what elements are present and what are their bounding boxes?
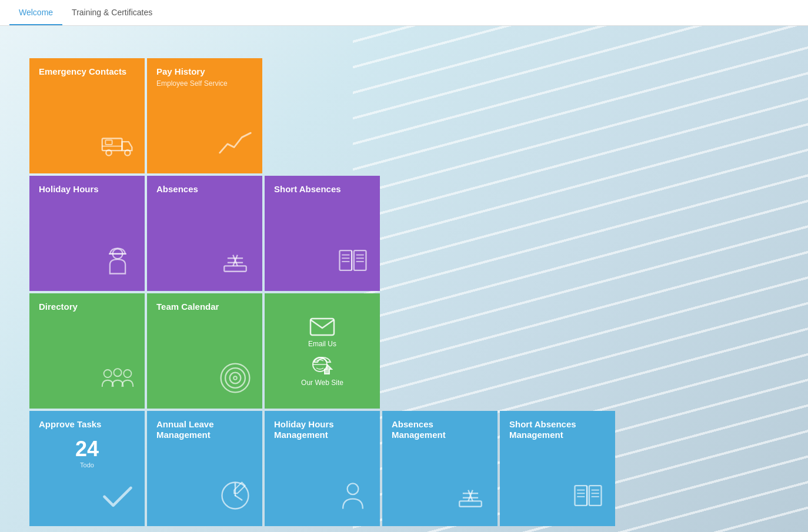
svg-point-27 bbox=[233, 376, 237, 380]
tile-emergency-title: Emergency Contacts bbox=[39, 66, 135, 77]
svg-point-22 bbox=[113, 369, 121, 376]
svg-rect-42 bbox=[589, 486, 602, 506]
tile-absences-mgmt[interactable]: Absences Management bbox=[382, 411, 498, 526]
circles-icon bbox=[218, 360, 253, 400]
tile-short-absences-mgmt[interactable]: Short Absences Management bbox=[500, 411, 615, 526]
cancel-mgmt-icon bbox=[453, 478, 488, 518]
tile-shortabs-title: Short Absences bbox=[274, 184, 370, 195]
email-icon bbox=[309, 317, 335, 337]
tile-annleave-title: Annual Leave Management bbox=[156, 419, 253, 440]
svg-point-23 bbox=[123, 370, 131, 377]
main-area: Emergency Contacts Pay History Employee … bbox=[0, 26, 808, 532]
clock-icon bbox=[218, 478, 253, 518]
tile-shortmgmt-title: Short Absences Management bbox=[509, 419, 606, 440]
truck-icon bbox=[100, 125, 135, 165]
tile-payhistory-subtitle: Employee Self Service bbox=[156, 79, 253, 88]
book-mgmt-icon bbox=[570, 478, 606, 518]
web-label: Our Web Site bbox=[301, 379, 343, 387]
svg-rect-4 bbox=[105, 140, 112, 145]
svg-rect-41 bbox=[575, 486, 587, 506]
svg-rect-13 bbox=[354, 250, 366, 270]
svg-point-21 bbox=[104, 370, 112, 377]
approve-todo: Todo bbox=[39, 461, 135, 469]
tile-teamcal-title: Team Calendar bbox=[156, 302, 253, 312]
tile-payhistory-title: Pay History bbox=[156, 66, 253, 77]
email-label: Email Us bbox=[308, 340, 336, 348]
web-icon bbox=[310, 353, 334, 376]
book-icon bbox=[335, 243, 370, 283]
check-icon bbox=[100, 478, 135, 518]
svg-rect-28 bbox=[310, 319, 334, 335]
tab-bar: Welcome Training & Certificates bbox=[0, 0, 808, 26]
tab-training[interactable]: Training & Certificates bbox=[62, 1, 162, 25]
person-icon bbox=[335, 478, 370, 518]
tile-short-absences[interactable]: Short Absences bbox=[265, 176, 380, 291]
svg-rect-11 bbox=[224, 266, 246, 271]
tile-holiday-title: Holiday Hours bbox=[39, 184, 135, 195]
tile-pay-history[interactable]: Pay History Employee Self Service bbox=[147, 58, 262, 173]
tile-holiday-hours[interactable]: Holiday Hours bbox=[29, 176, 145, 291]
tile-contact-links[interactable]: Email Us Our Web Site bbox=[265, 293, 380, 409]
worker-icon bbox=[100, 243, 135, 283]
people-icon bbox=[100, 360, 135, 400]
svg-point-35 bbox=[348, 483, 359, 494]
svg-line-33 bbox=[235, 496, 242, 500]
chart-icon bbox=[218, 125, 253, 165]
tile-emergency-contacts[interactable]: Emergency Contacts bbox=[29, 58, 145, 173]
cancel-icon bbox=[218, 243, 253, 283]
tile-annual-leave[interactable]: Annual Leave Management bbox=[147, 411, 262, 526]
tile-directory-title: Directory bbox=[39, 302, 135, 312]
tiles-wrapper: Emergency Contacts Pay History Employee … bbox=[29, 58, 617, 528]
tile-holmgmt-title: Holiday Hours Management bbox=[274, 419, 370, 440]
tile-absences[interactable]: Absences bbox=[147, 176, 262, 291]
svg-point-25 bbox=[225, 368, 245, 388]
tile-approve-tasks[interactable]: Approve Tasks 24 Todo bbox=[29, 411, 145, 526]
web-link[interactable]: Our Web Site bbox=[301, 353, 343, 387]
tab-welcome[interactable]: Welcome bbox=[9, 1, 62, 25]
tile-absmgmt-title: Absences Management bbox=[392, 419, 488, 440]
tile-approve-title: Approve Tasks bbox=[39, 419, 135, 430]
tile-directory[interactable]: Directory bbox=[29, 293, 145, 409]
tile-absences-title: Absences bbox=[156, 184, 253, 195]
approve-count: 24 bbox=[39, 437, 135, 461]
svg-point-26 bbox=[230, 373, 241, 384]
svg-rect-40 bbox=[459, 501, 482, 506]
email-link[interactable]: Email Us bbox=[308, 317, 336, 348]
tile-holiday-mgmt[interactable]: Holiday Hours Management bbox=[265, 411, 380, 526]
svg-rect-12 bbox=[340, 250, 352, 270]
tile-team-calendar[interactable]: Team Calendar bbox=[147, 293, 262, 409]
